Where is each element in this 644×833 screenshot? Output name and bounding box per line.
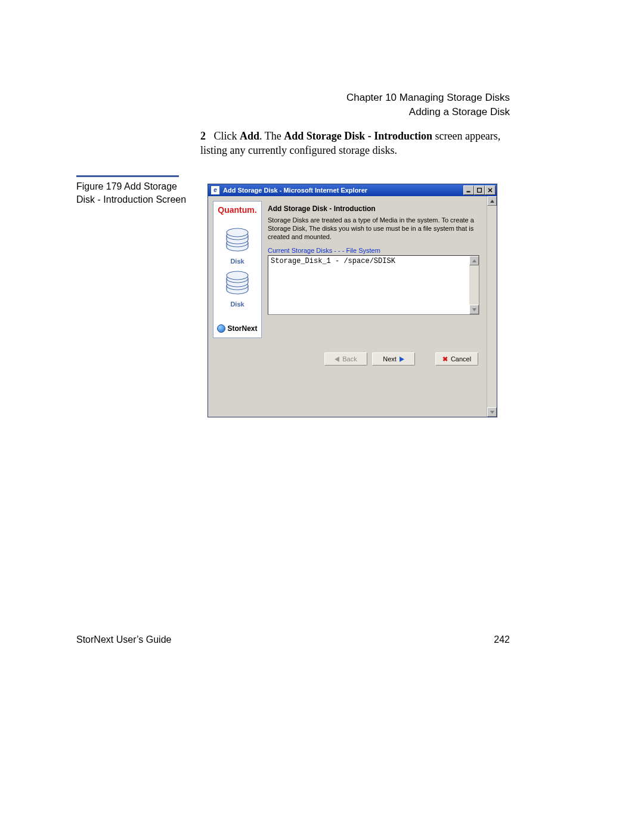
section-line: Adding a Storage Disk — [346, 105, 510, 119]
disk-label-2: Disk — [230, 301, 244, 308]
x-icon: ✖ — [442, 355, 448, 363]
page-scrollbar[interactable] — [487, 196, 497, 417]
scroll-up-icon[interactable] — [487, 196, 497, 206]
scroll-down-icon[interactable] — [487, 407, 497, 417]
page-header: Chapter 10 Managing Storage Disks Adding… — [346, 91, 510, 119]
instr-text-1: Click — [214, 130, 240, 142]
triangle-left-icon — [335, 357, 339, 362]
instr-bold-add: Add — [240, 130, 259, 142]
svg-marker-27 — [472, 308, 476, 311]
globe-icon — [217, 324, 225, 333]
step-instruction: 2 Click Add. The Add Storage Disk - Intr… — [200, 129, 504, 158]
triangle-right-icon — [400, 357, 404, 362]
disk-stack-icon — [224, 270, 251, 298]
disk-stack-icon — [224, 227, 251, 255]
listbox-content[interactable]: Storage_Disk_1 - /space/SDISK — [268, 256, 469, 314]
listbox-label: Current Storage Disks - - - File System — [268, 247, 479, 254]
wizard-heading: Add Storage Disk - Introduction — [268, 205, 479, 213]
back-button-label: Back — [342, 355, 357, 363]
listbox-scrollbar[interactable] — [469, 256, 479, 314]
svg-marker-30 — [490, 200, 494, 203]
dialog-window: e Add Storage Disk - Microsoft Internet … — [208, 184, 497, 417]
svg-marker-28 — [335, 357, 339, 362]
instr-bold-title: Add Storage Disk - Introduction — [284, 130, 432, 142]
back-button[interactable]: Back — [324, 352, 367, 366]
maximize-button[interactable] — [474, 185, 485, 195]
window-title: Add Storage Disk - Microsoft Internet Ex… — [223, 187, 463, 194]
wizard-button-bar: Back Next ✖ Cancel — [213, 349, 482, 371]
scroll-up-icon[interactable] — [469, 256, 479, 265]
caption-rule — [76, 175, 179, 177]
wizard-content-row: Quantum. — [213, 201, 482, 338]
svg-marker-31 — [490, 411, 494, 414]
page-number: 242 — [494, 634, 510, 645]
document-page: Chapter 10 Managing Storage Disks Adding… — [0, 0, 644, 833]
disk-label-1: Disk — [230, 258, 244, 265]
quantum-logo-text: Quantum. — [218, 205, 256, 215]
wizard-description: Storage Disks are treated as a type of M… — [268, 216, 479, 241]
disk-stack-2: Disk — [224, 270, 251, 308]
storage-disks-listbox[interactable]: Storage_Disk_1 - /space/SDISK — [268, 255, 479, 315]
close-button[interactable] — [485, 185, 496, 195]
svg-rect-1 — [478, 188, 482, 193]
svg-marker-26 — [472, 259, 476, 262]
wizard-main-panel: Add Storage Disk - Introduction Storage … — [262, 201, 482, 338]
chapter-line: Chapter 10 Managing Storage Disks — [346, 91, 510, 105]
svg-point-14 — [227, 228, 248, 237]
next-button[interactable]: Next — [372, 352, 415, 366]
cancel-button[interactable]: ✖ Cancel — [435, 352, 478, 366]
step-number: 2 — [200, 129, 211, 143]
minimize-button[interactable] — [463, 185, 474, 195]
scroll-down-icon[interactable] — [469, 305, 479, 314]
stornext-text: StorNext — [227, 324, 257, 333]
disk-stack-1: Disk — [224, 227, 251, 265]
stornext-logo: StorNext — [217, 308, 257, 333]
window-titlebar[interactable]: e Add Storage Disk - Microsoft Internet … — [208, 184, 497, 196]
instr-text-2: . The — [259, 130, 284, 142]
svg-rect-0 — [467, 191, 470, 193]
ie-app-icon: e — [210, 185, 220, 195]
footer-guide-name: StorNext User’s Guide — [76, 634, 171, 645]
window-client-area: Quantum. — [208, 196, 497, 417]
window-buttons — [463, 185, 496, 195]
next-button-label: Next — [383, 355, 397, 363]
wizard-sidebar: Quantum. — [213, 201, 262, 338]
figure-caption: Figure 179 Add Storage Disk - Introducti… — [76, 180, 196, 206]
cancel-button-label: Cancel — [451, 355, 471, 363]
svg-marker-29 — [400, 357, 404, 362]
svg-point-25 — [227, 271, 248, 280]
